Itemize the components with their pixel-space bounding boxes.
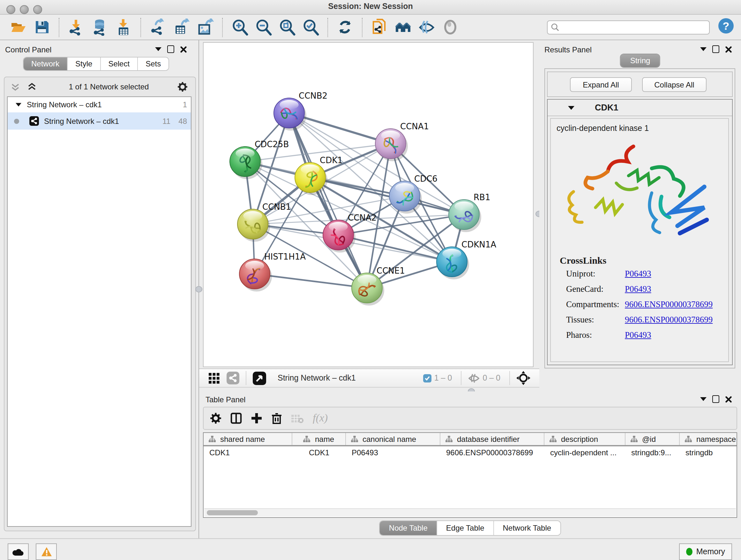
network-node[interactable]: HIST1H1A [239,252,306,292]
tab-sets[interactable]: Sets [138,57,169,70]
cdk1-section-header[interactable]: CDK1 [548,100,732,116]
float-panel-icon[interactable] [712,395,719,403]
hide-panel-eye-icon[interactable] [418,18,435,36]
open-session-icon[interactable] [10,18,27,36]
collapse-all-icon[interactable] [11,82,20,91]
help-icon[interactable]: ? [718,17,735,35]
column-header[interactable]: description [544,433,625,445]
import-network-file-icon[interactable] [68,18,85,36]
network-selector-text: 1 of 1 Network selected [40,82,178,91]
network-node[interactable]: RB1 [449,192,490,232]
network-node[interactable]: CDC6 [389,174,437,213]
table-row[interactable]: CDK1 CDK1 P06493 9606.ENSP00000378699 cy… [204,446,737,460]
zoom-fit-icon[interactable] [278,18,295,36]
cdk1-details: cyclin-dependent kinase 1 [550,118,729,362]
export-image-icon[interactable] [197,18,214,36]
column-header[interactable]: name [292,433,346,445]
delete-column-icon[interactable] [271,413,282,424]
node-label: RB1 [474,192,490,202]
cloud-status-button[interactable] [8,543,29,560]
tab-network[interactable]: Network [23,57,68,70]
string-share-icon[interactable] [226,372,239,384]
collection-label: String Network – cdk1 [27,100,102,109]
export-table-icon[interactable] [173,18,190,36]
network-node[interactable]: CCNB1 [238,202,291,242]
expand-all-icon[interactable] [27,82,37,91]
search-input[interactable] [547,20,710,34]
network-edge[interactable] [289,113,367,288]
left-splitter-handle[interactable] [195,286,202,293]
panel-menu-icon[interactable] [700,397,706,401]
network-node[interactable]: CDKN1A [436,240,496,279]
network-canvas[interactable]: CCNB2CCNA1CDC25BCDK1CDC6RB1CCNB1CCNA2CDK… [203,42,534,367]
network-view-toolbar: String Network – cdk1 1 – 0 0 – 0 [199,368,539,388]
tab-style[interactable]: Style [68,57,100,70]
crosslink-label: Tissues: [566,315,625,325]
hidden-eye-icon[interactable] [468,373,480,383]
node-label: HIST1H1A [264,252,306,261]
collection-expand-icon[interactable] [16,103,21,107]
collapse-all-button[interactable]: Collapse All [642,77,706,92]
scrollbar-thumb[interactable] [207,510,258,515]
crosslink-label: GeneCard: [566,284,625,294]
zoom-selected-icon[interactable] [302,18,319,36]
protein-structure-image [556,135,723,252]
homes-icon[interactable] [394,18,412,36]
float-panel-icon[interactable] [712,45,719,53]
show-columns-icon[interactable] [230,413,242,424]
panel-menu-icon[interactable] [155,47,161,51]
crosslink-uniprot-link[interactable]: P06493 [625,269,651,279]
results-buttons-row: Expand All Collapse All [547,71,733,97]
network-row[interactable]: String Network – cdk1 11 48 [8,112,191,130]
horizontal-scrollbar[interactable] [204,508,736,516]
close-panel-icon[interactable] [180,46,187,53]
column-header[interactable]: shared name [204,433,292,445]
crosslink-pharos-link[interactable]: P06493 [625,330,651,340]
table-options-gear-icon[interactable] [210,413,221,424]
export-network-icon[interactable] [149,18,166,36]
node-label: CCNE1 [377,266,405,275]
zoom-out-icon[interactable] [255,18,272,36]
tab-edge-table[interactable]: Edge Table [437,521,494,535]
network-node[interactable]: CCNA1 [375,122,429,161]
selected-checkbox-icon[interactable] [423,374,432,382]
tab-node-table[interactable]: Node Table [380,521,437,535]
network-node[interactable]: CCNB2 [274,91,327,131]
share-document-icon[interactable] [371,18,388,36]
import-table-icon[interactable] [115,18,132,36]
hidden-node-edge-counts: 0 – 0 [482,374,500,382]
grid-view-icon[interactable] [208,372,220,384]
tab-network-table[interactable]: Network Table [494,521,560,535]
panel-menu-icon[interactable] [700,47,706,51]
close-panel-icon[interactable] [725,46,732,53]
column-header[interactable]: database identifier [441,433,544,445]
memory-button[interactable]: Memory [679,543,732,560]
node-table[interactable]: shared name name canonical name database… [203,432,737,518]
network-collection-row[interactable]: String Network – cdk1 1 [8,97,191,112]
tab-string[interactable]: String [621,54,660,67]
column-header[interactable]: canonical name [346,433,441,445]
crosslink-tissues-link[interactable]: 9606.ENSP00000378699 [625,315,713,325]
table-panel-title: Table Panel [205,395,246,404]
column-header[interactable]: namespace [680,433,737,445]
refresh-icon[interactable] [336,18,354,36]
zoom-in-icon[interactable] [231,18,248,36]
expand-all-button[interactable]: Expand All [570,77,632,92]
crosslink-compartments-link[interactable]: 9606.ENSP00000378699 [625,300,713,310]
import-network-database-icon[interactable] [91,18,109,36]
save-session-icon[interactable] [33,18,51,36]
collection-count: 1 [183,100,187,109]
float-panel-icon[interactable] [167,45,174,53]
section-collapse-icon[interactable] [568,106,575,110]
crosshair-move-icon[interactable] [516,371,530,385]
close-panel-icon[interactable] [725,395,732,402]
birdseye-view-icon[interactable] [253,371,266,385]
status-bar: Memory [0,538,741,560]
gear-icon[interactable] [178,82,188,92]
warning-status-button[interactable] [36,543,57,560]
delete-table-icon [291,414,304,423]
crosslink-genecard-link[interactable]: P06493 [625,284,651,294]
tab-select[interactable]: Select [100,57,138,70]
add-column-icon[interactable] [251,413,262,424]
column-header[interactable]: @id [625,433,680,445]
